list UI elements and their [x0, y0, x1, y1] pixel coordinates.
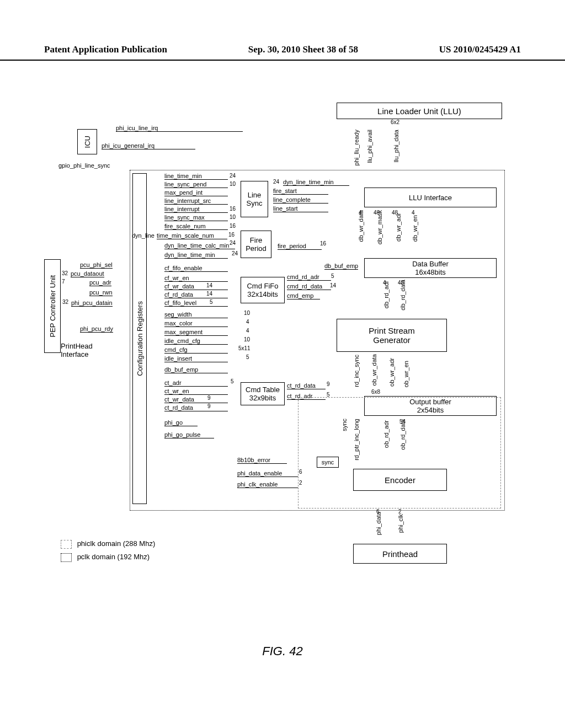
w6b: 6 — [376, 508, 380, 515]
w4e: 4 — [383, 280, 386, 286]
w9a: 9 — [207, 395, 211, 401]
w5a: 5 — [210, 299, 213, 305]
printhead-block: Printhead — [353, 544, 447, 564]
sig-ct-rd-data: ct_rd_data — [287, 382, 326, 389]
sig-pcu-adr: pcu_adr — [89, 279, 111, 286]
w10a: 10 — [230, 181, 236, 187]
sig-phi-icu-line-irq: phi_icu_line_irq — [116, 125, 243, 132]
phiclk-domain-box — [298, 397, 501, 508]
fire-period-block: Fire Period — [241, 231, 271, 258]
w6x2: 6x2 — [391, 119, 399, 125]
sig-pcu-dataout: pcu_dataout — [71, 270, 104, 277]
legend-pclk-box — [61, 553, 72, 562]
legend-pclk: pclk domain (192 Mhz) — [61, 553, 150, 562]
sig-dlt-calc-min: dyn_line_time_calc_min — [164, 242, 235, 249]
sig-db-wr-en: db_wr_en — [412, 215, 418, 242]
sig-line-sync-max: line_sync_max — [164, 214, 228, 221]
legend-phiclk-box — [61, 540, 72, 549]
sig-db-buf-emp-r: db_buf_emp — [324, 263, 358, 270]
sig-phi-pcu-rdy: phi_pcu_rdy — [80, 325, 113, 333]
sig-fire-period: fire_period — [278, 243, 322, 250]
icu-block: ICU — [77, 129, 97, 154]
sig-ob-wr-adr: ob_wr_adr — [388, 358, 395, 387]
printhead-interface-label: PrintHead Interface — [61, 342, 93, 358]
print-stream-block: Print Stream Generator — [337, 319, 447, 352]
sig-max-segment: max_segment — [164, 329, 228, 336]
sig-idle-cmd-cfg: idle_cmd_cfg — [164, 338, 228, 345]
sig-line-interrupt: line_interrupt — [164, 206, 228, 213]
sig-ct-adr: ct_adr — [164, 379, 228, 387]
w24c: 24 — [230, 240, 236, 246]
sig-db-buf-emp: db_buf_emp — [164, 366, 228, 373]
sig-cmd-emp: cmd_emp — [287, 292, 320, 299]
w48b: 48 — [392, 210, 398, 216]
page: Patent Application Publication Sep. 30, … — [0, 0, 565, 728]
w9b: 9 — [327, 381, 330, 387]
cmd-table-block: Cmd Table 32x9bits — [241, 382, 285, 405]
w5b: 5 — [331, 273, 334, 279]
sig-pcu-rwn: pcu_rwn — [89, 289, 113, 296]
w14a: 14 — [206, 282, 212, 288]
pep-block: PEP Controller Unit — [44, 259, 61, 353]
sig-pcu-phi-sel: pcu_phi_sel — [80, 261, 113, 269]
header: Patent Application Publication Sep. 30, … — [0, 0, 565, 61]
sig-phi-clk-enable: phi_clk_enable — [237, 481, 298, 488]
w5d: 5 — [231, 378, 234, 384]
sig-32b: 32 — [62, 299, 68, 305]
sig-cmd-cfg: cmd_cfg — [164, 346, 228, 354]
w5x11: 5x11 — [238, 345, 250, 351]
legend-phiclk: phiclk domain (288 Mhz) — [61, 539, 155, 549]
diagram: Line Loader Unit (LLU) ICU phi_icu_line_… — [44, 99, 521, 651]
sig-32a: 32 — [62, 270, 68, 276]
w16c: 16 — [228, 232, 234, 238]
sig-cf-fifo-enable: cf_fifo_enable — [164, 265, 228, 272]
w4a: 4 — [246, 319, 249, 325]
sig-cmd-rd-adr: cmd_rd_adr — [287, 274, 331, 281]
sig-phi-icu-general-irq: phi_icu_general_irq — [102, 142, 195, 149]
llu-interface-block: LLU Interface — [364, 188, 497, 207]
w24a: 24 — [230, 173, 236, 179]
sig-cmd-rd-data: cmd_rd_data — [287, 283, 331, 290]
w10d: 10 — [244, 336, 250, 342]
w9x: 9 — [207, 403, 211, 409]
sig-ct-wr-en: ct_wr_en — [164, 388, 228, 395]
w24e: 24 — [273, 179, 279, 185]
sig-7a: 7 — [62, 279, 65, 285]
sig-rd-inc-sync: rd_inc_sync — [353, 355, 360, 387]
sig-line-complete: line_complete — [273, 196, 328, 204]
w6x8: 6x8 — [371, 389, 380, 395]
sig-fire-scale-num: fire_scale_num — [164, 223, 228, 230]
sig-line-interrupt-src: line_interrupt_src — [164, 197, 228, 205]
sig-cf-fifo-level: cf_fifo_level — [164, 299, 228, 307]
encoder-block: Encoder — [353, 469, 447, 491]
w4b: 4 — [246, 328, 249, 334]
sig-seg-width: seg_width — [164, 311, 228, 318]
w16a: 16 — [230, 206, 236, 212]
sig-phi-pcu-datain: phi_pcu_datain — [71, 299, 113, 307]
w4d: 4 — [359, 210, 362, 216]
sig-ob-wr-en: ob_wr_en — [403, 361, 409, 387]
sig-cf-wr-data: cf_wr_data — [164, 283, 228, 290]
pep-label: PEP Controller Unit — [49, 275, 57, 337]
data-buffer-block: Data Buffer 16x48bits — [364, 258, 497, 278]
line-sync-block: Line Sync — [241, 181, 268, 217]
w5c: 5 — [246, 354, 249, 360]
w16b: 16 — [230, 223, 236, 229]
sig-phi-go-pulse: phi_go_pulse — [164, 431, 214, 438]
sig-dyn-line-time-min-r: dyn_line_time_min — [283, 179, 349, 186]
sig-max-color: max_color — [164, 320, 228, 327]
w24d: 24 — [232, 250, 238, 256]
sig-ct-wr-data: ct_wr_data — [164, 396, 228, 403]
sig-line-start: line_start — [273, 205, 328, 212]
sig-llu-phi-avail: llu_phi_avail — [366, 130, 373, 163]
sig-idle-insert: idle_insert — [164, 355, 228, 362]
sig-fire-start: fire_start — [273, 188, 328, 195]
cmd-fifo-block: Cmd FiFo 32x14bits — [241, 277, 285, 303]
sig-8b10b-error: 8b10b_error — [237, 457, 287, 464]
sig-db-wr-adr: db_wr_adr — [395, 213, 402, 242]
sig-dlt-min-scale-num: time_min_scale_num — [157, 232, 227, 239]
w2b: 2 — [398, 508, 402, 515]
w10c: 10 — [244, 310, 250, 316]
w4c: 4 — [412, 210, 415, 216]
sig-phi-go: phi_go — [164, 419, 198, 426]
